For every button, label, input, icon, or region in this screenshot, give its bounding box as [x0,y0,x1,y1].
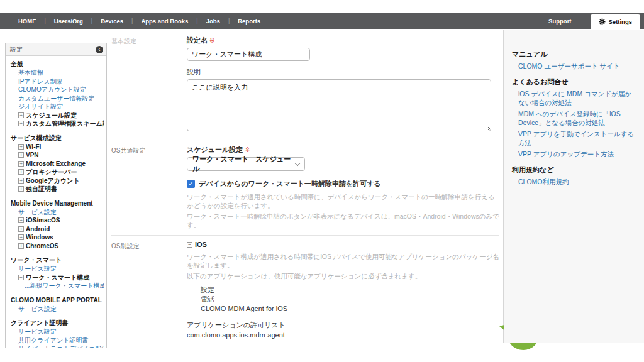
expand-plus-icon[interactable]: + [18,178,24,184]
sidebar-item-label: サービス設定 [18,305,57,314]
expand-plus-icon[interactable]: + [18,144,24,150]
ios-node-label: iOS [195,241,207,248]
top-nav-items: HOME|Users/Org|Devices|Apps and Books|Jo… [10,13,269,29]
help-link[interactable]: iOS デバイスに MDM コマンドが届かない場合の対処法 [512,89,636,107]
sidebar-item-label: サイバートラストデバイスID(pilot)... [18,344,104,348]
os-common-section-row: OS共通設定 スケジュール設定※ ワーク・スマート スケジュール ✓ デバイスか… [111,145,499,229]
help-link[interactable]: MDM へのデバイス登録時に「iOS Device」となる場合の対処法 [512,109,636,127]
expand-plus-icon[interactable]: + [18,121,24,126]
sidebar-group-title: サービス構成設定 [11,134,104,142]
nav-support[interactable]: Support [535,18,585,25]
sidebar-item[interactable]: カスタムユーザー情報設定 [11,94,104,103]
sidebar-header: 設定 ‹ [6,43,106,56]
description-textarea[interactable]: ここに説明を入力 [187,79,491,131]
sidebar-item[interactable]: サービス設定 [11,305,104,314]
help-link[interactable]: VPP アプリのアップデート方法 [512,150,636,158]
sidebar-item[interactable]: +カスタム管理権限スキーム設定 [11,119,104,128]
sidebar-item[interactable]: +スケジュール設定 [11,111,104,120]
sidebar-item[interactable]: +独自証明書 [11,185,104,194]
config-name-input[interactable] [187,48,310,61]
top-nav: HOME|Users/Org|Devices|Apps and Books|Jo… [0,13,644,29]
ios-required-app: CLOMO MDM Agent for iOS [201,304,499,314]
sidebar-group: 全般基本情報IPアドレス制限CLOMOアカウント設定カスタムユーザー情報設定ジオ… [11,60,104,128]
help-link[interactable]: CLOMO ユーザーサポート サイト [512,62,636,70]
sidebar-item[interactable]: +iOS/macOS [11,216,104,225]
expand-plus-icon[interactable]: + [18,243,24,249]
collapse-sidebar-icon[interactable]: ‹ [96,46,103,53]
sidebar-item[interactable]: +VPN [11,151,104,160]
unlock-request-check-row: ✓ デバイスからのワーク・スマート一時解除申請を許可する [187,179,499,189]
sidebar-item-label: プロキシサーバー [26,168,77,177]
nav-item-devices[interactable]: Devices [92,18,131,25]
expand-plus-icon[interactable]: + [18,186,24,192]
expand-plus-icon[interactable]: + [18,169,24,175]
unlock-request-checkbox[interactable]: ✓ [187,180,195,188]
sidebar-item[interactable]: サービス設定 [11,208,104,217]
sidebar-item-label: Wi-Fi [26,143,41,151]
os-common-section-label: OS共通設定 [111,145,187,229]
sidebar-item[interactable]: サービス設定 [11,265,104,273]
expand-plus-icon[interactable]: + [18,226,24,232]
sidebar-item[interactable]: IPアドレス制限 [11,77,104,86]
help-link[interactable]: VPP アプリを手動でインストールする方法 [512,129,636,147]
settings-tab-label: Settings [609,18,632,25]
nav-item-home[interactable]: HOME [10,18,45,25]
sidebar-item-label: 基本情報 [18,69,43,77]
tab-settings[interactable]: Settings [591,14,640,29]
sidebar-item-label: ...新規ワーク・スマート構成を... [25,282,104,290]
sidebar-item[interactable]: +Windows [11,233,104,242]
expand-plus-icon[interactable]: + [18,112,24,118]
sidebar-item[interactable]: +Wi-Fi [11,143,104,151]
schedule-select[interactable]: ワーク・スマート スケジュール [187,157,305,171]
gear-icon [599,18,606,25]
sidebar-item-label: Windows [26,233,53,242]
expand-plus-icon[interactable]: + [18,217,24,223]
sidebar-title: 設定 [10,45,23,54]
sidebar-item[interactable]: 共用クライアント証明書 [11,336,104,345]
sidebar-item-label: CLOMOアカウント設定 [18,85,86,94]
collapse-minus-icon[interactable]: − [18,275,24,280]
ios-desc-2: 以下のアプリケーションは、使用可能なアプリケーションに必ず含まれます。 [187,272,499,280]
expand-plus-icon[interactable]: + [18,234,24,240]
sidebar-item[interactable]: サービス設定 [11,327,104,336]
sidebar-group-title: CLOMO MOBILE APP PORTAL [11,296,104,304]
sidebar-item[interactable]: ジオサイト設定 [11,102,104,111]
basic-section-row: 基本設定 設定名※ 説明 ここに説明を入力 [111,36,499,134]
sidebar-item-label: 共用クライアント証明書 [18,336,88,345]
sidebar-item[interactable]: +プロキシサーバー [11,168,104,177]
sidebar-item-label: Googleアカウント [26,177,80,185]
sidebar-item[interactable]: +Microsoft Exchange [11,160,104,168]
sidebar-group: CLOMO MOBILE APP PORTALサービス設定 [11,296,104,314]
nav-item-apps-and-books[interactable]: Apps and Books [133,18,196,25]
sidebar-tree: 全般基本情報IPアドレス制限CLOMOアカウント設定カスタムユーザー情報設定ジオ… [6,56,106,348]
sidebar-item[interactable]: サイバートラストデバイスID(pilot)... [11,344,104,348]
description-label: 説明 [187,67,499,77]
sidebar-item[interactable]: +ChromeOS [11,242,104,251]
sidebar-item[interactable]: −ワーク・スマート構成 [11,273,104,282]
help-link[interactable]: CLOMO利用規約 [512,177,636,186]
section-divider [111,235,499,236]
nav-item-jobs[interactable]: Jobs [198,18,228,25]
sidebar-group-title: 全般 [11,60,104,68]
sidebar-item-label: IPアドレス制限 [18,77,62,86]
sidebar-item[interactable]: 基本情報 [11,69,104,77]
expand-plus-icon[interactable]: + [18,152,24,158]
sidebar-group-title: クライアント証明書 [11,319,104,327]
sidebar-item[interactable]: +Android [11,225,104,234]
allowlist-label: アプリケーションの許可リスト [187,321,499,330]
ios-tree-node[interactable]: − iOS [187,241,499,248]
sidebar-group-title: ワーク・スマート [11,256,104,264]
main-form-pane: 基本設定 設定名※ 説明 ここに説明を入力 OS共通設定 スケジュール設定※ ワ… [110,30,504,343]
expand-plus-icon[interactable]: + [18,161,24,167]
sidebar-item-label: サービス設定 [18,208,57,217]
sidebar-item[interactable]: ...新規ワーク・スマート構成を... [11,282,104,290]
sidebar-item[interactable]: +Googleアカウント [11,177,104,185]
sidebar-item[interactable]: CLOMOアカウント設定 [11,85,104,94]
help-section-title: よくあるお問合せ [512,77,636,87]
collapse-minus-icon[interactable]: − [187,242,192,248]
nav-item-users-org[interactable]: Users/Org [46,18,91,25]
nav-item-reports[interactable]: Reports [230,18,269,25]
sidebar-group: サービス構成設定+Wi-Fi+VPN+Microsoft Exchange+プロ… [11,134,104,194]
help-section-title: マニュアル [512,50,636,59]
sidebar-item-label: VPN [26,151,39,160]
